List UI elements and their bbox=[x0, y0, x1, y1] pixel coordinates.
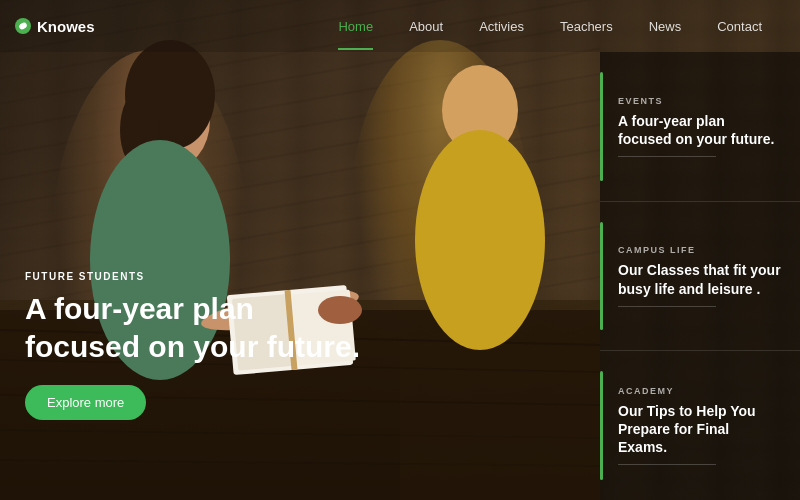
panel-divider-campus bbox=[618, 306, 716, 307]
hero-title: A four-year plan focused on your future. bbox=[25, 290, 375, 365]
panel-category-campus: Campus Life bbox=[618, 245, 782, 255]
logo-icon bbox=[15, 18, 31, 34]
panel-item-campus[interactable]: Campus Life Our Classes that fit your bu… bbox=[600, 202, 800, 352]
panel-item-events[interactable]: Events A four-year plan focused on your … bbox=[600, 52, 800, 202]
nav-about[interactable]: About bbox=[391, 3, 461, 50]
leaf-icon bbox=[18, 21, 28, 31]
right-panel: Events A four-year plan focused on your … bbox=[600, 52, 800, 500]
logo[interactable]: Knowes bbox=[15, 18, 95, 35]
svg-point-18 bbox=[18, 21, 28, 30]
nav-contact[interactable]: Contact bbox=[699, 3, 780, 50]
panel-divider-events bbox=[618, 156, 716, 157]
explore-button[interactable]: Explore more bbox=[25, 385, 146, 420]
panel-category-academy: Academy bbox=[618, 386, 782, 396]
nav-activies[interactable]: Activies bbox=[461, 3, 542, 50]
panel-category-events: Events bbox=[618, 96, 782, 106]
panel-item-academy[interactable]: Academy Our Tips to Help You Prepare for… bbox=[600, 351, 800, 500]
logo-text: Knowes bbox=[37, 18, 95, 35]
panel-title-academy: Our Tips to Help You Prepare for Final E… bbox=[618, 402, 782, 457]
nav-home[interactable]: Home bbox=[320, 3, 391, 50]
panel-divider-academy bbox=[618, 464, 716, 465]
nav-teachers[interactable]: Teachers bbox=[542, 3, 631, 50]
nav-news[interactable]: News bbox=[631, 3, 700, 50]
hero-content: Future Students A four-year plan focused… bbox=[25, 271, 375, 420]
nav-links: Home About Activies Teachers News Contac… bbox=[320, 3, 780, 50]
hero-label: Future Students bbox=[25, 271, 375, 282]
panel-title-events: A four-year plan focused on your future. bbox=[618, 112, 782, 148]
panel-title-campus: Our Classes that fit your busy life and … bbox=[618, 261, 782, 297]
navbar: Knowes Home About Activies Teachers News… bbox=[0, 0, 800, 52]
